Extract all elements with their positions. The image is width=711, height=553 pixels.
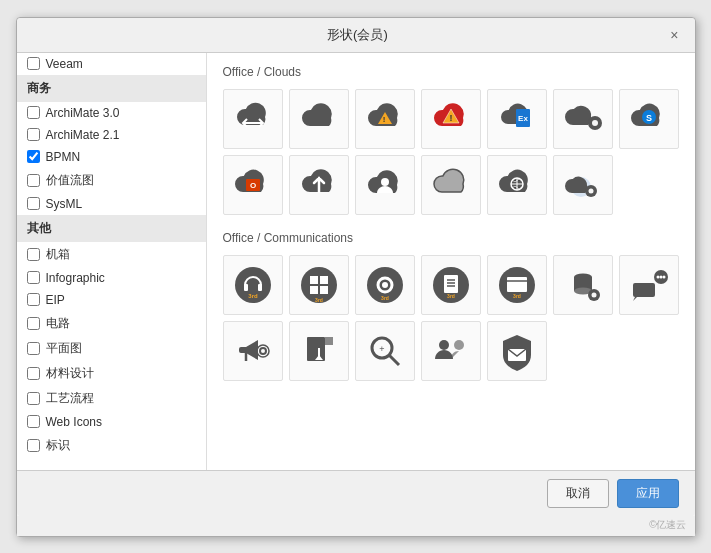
checkbox-eip[interactable]: [27, 293, 40, 306]
sidebar-item-material-design[interactable]: 材料设计: [17, 361, 206, 386]
checkbox-material-design[interactable]: [27, 367, 40, 380]
svg-text:Ex: Ex: [518, 114, 528, 123]
sidebar-item-chassis[interactable]: 机箱: [17, 242, 206, 267]
label-circuit: 电路: [46, 315, 70, 332]
sidebar-item-archimate30[interactable]: ArchiMate 3.0: [17, 102, 206, 124]
sidebar-item-logo[interactable]: 标识: [17, 433, 206, 458]
svg-text:3rd: 3rd: [248, 293, 258, 299]
svg-text:3rd: 3rd: [315, 297, 323, 303]
checkbox-value-flow[interactable]: [27, 174, 40, 187]
apply-button[interactable]: 应用: [617, 479, 679, 508]
sidebar-item-archimate21[interactable]: ArchiMate 2.1: [17, 124, 206, 146]
icon-cell-cloud-exchange[interactable]: Ex: [487, 89, 547, 149]
icon-cell-cloud-office[interactable]: O: [223, 155, 283, 215]
svg-point-59: [454, 340, 464, 350]
icon-cell-cloud-white[interactable]: [421, 155, 481, 215]
icon-cell-cylinder-gear[interactable]: [553, 255, 613, 315]
label-infographic: Infographic: [46, 271, 105, 285]
icon-cell-megaphone[interactable]: [223, 321, 283, 381]
icon-cell-gear-3rd[interactable]: 3rd: [355, 255, 415, 315]
checkbox-infographic[interactable]: [27, 271, 40, 284]
checkbox-bpmn[interactable]: [27, 150, 40, 163]
checkbox-archimate21[interactable]: [27, 128, 40, 141]
svg-rect-30: [444, 275, 458, 293]
icon-cell-cloud-settings[interactable]: [553, 89, 613, 149]
svg-rect-21: [320, 276, 328, 284]
checkbox-logo[interactable]: [27, 439, 40, 452]
svg-rect-22: [310, 286, 318, 294]
icon-cell-window-3rd[interactable]: 3rd: [487, 255, 547, 315]
svg-rect-44: [633, 283, 655, 297]
checkbox-process[interactable]: [27, 392, 40, 405]
svg-text:3rd: 3rd: [381, 295, 389, 301]
svg-rect-53: [325, 337, 333, 345]
sidebar-item-process[interactable]: 工艺流程: [17, 386, 206, 411]
svg-point-50: [257, 345, 269, 357]
svg-text:S: S: [645, 113, 651, 123]
svg-rect-20: [310, 276, 318, 284]
label-bpmn: BPMN: [46, 150, 81, 164]
svg-rect-36: [507, 277, 527, 292]
icon-cell-people-cards[interactable]: [421, 321, 481, 381]
checkbox-flat-diagram[interactable]: [27, 342, 40, 355]
label-chassis: 机箱: [46, 246, 70, 263]
sidebar-item-value-flow[interactable]: 价值流图: [17, 168, 206, 193]
label-web-icons: Web Icons: [46, 415, 102, 429]
sidebar-item-eip[interactable]: EIP: [17, 289, 206, 311]
icon-cell-cloud-user[interactable]: [355, 155, 415, 215]
svg-point-49: [260, 348, 266, 354]
main-content: Office / Clouds!!ExSOOffice / Communicat…: [207, 53, 695, 470]
sidebar-item-web-icons[interactable]: Web Icons: [17, 411, 206, 433]
checkbox-veeam[interactable]: [27, 57, 40, 70]
svg-point-47: [659, 275, 662, 278]
svg-text:3rd: 3rd: [447, 293, 455, 299]
sidebar-item-infographic[interactable]: Infographic: [17, 267, 206, 289]
icon-cell-cloud-globe[interactable]: [487, 155, 547, 215]
watermark: ©亿速云: [17, 516, 695, 536]
icon-cell-cloud-upload[interactable]: [289, 155, 349, 215]
dialog-body: Veeam商务ArchiMate 3.0ArchiMate 2.1BPMN价值流…: [17, 53, 695, 470]
svg-line-56: [389, 355, 399, 365]
icon-cell-document-3rd[interactable]: 3rd: [421, 255, 481, 315]
icon-cell-cloud-basic[interactable]: [289, 89, 349, 149]
sidebar-item-veeam[interactable]: Veeam: [17, 53, 206, 75]
close-button[interactable]: ×: [666, 27, 682, 43]
sidebar-category-cat-business: 商务: [17, 75, 206, 102]
sidebar-item-bpmn[interactable]: BPMN: [17, 146, 206, 168]
sidebar: Veeam商务ArchiMate 3.0ArchiMate 2.1BPMN价值流…: [17, 53, 207, 470]
svg-point-48: [662, 275, 665, 278]
icon-cell-cloud-sharepoint[interactable]: S: [619, 89, 679, 149]
sidebar-item-circuit[interactable]: 电路: [17, 311, 206, 336]
sidebar-item-flat-diagram[interactable]: 平面图: [17, 336, 206, 361]
label-flat-diagram: 平面图: [46, 340, 82, 357]
icon-cell-cloud-warning[interactable]: !: [355, 89, 415, 149]
icon-cell-document-download[interactable]: [289, 321, 349, 381]
sidebar-item-sysml[interactable]: SysML: [17, 193, 206, 215]
icon-cell-people-chat[interactable]: [619, 255, 679, 315]
icon-cell-cloud-sync[interactable]: [223, 89, 283, 149]
svg-text:!: !: [449, 113, 452, 123]
svg-text:!: !: [382, 115, 385, 124]
checkbox-sysml[interactable]: [27, 197, 40, 210]
label-logo: 标识: [46, 437, 70, 454]
label-veeam: Veeam: [46, 57, 83, 71]
checkbox-chassis[interactable]: [27, 248, 40, 261]
checkbox-archimate30[interactable]: [27, 106, 40, 119]
icon-cell-headset-3rd[interactable]: 3rd: [223, 255, 283, 315]
cancel-button[interactable]: 取消: [547, 479, 609, 508]
svg-point-14: [588, 188, 593, 193]
label-material-design: 材料设计: [46, 365, 94, 382]
section-title-office-comms: Office / Communications: [223, 231, 679, 245]
checkbox-circuit[interactable]: [27, 317, 40, 330]
icon-cell-cloud-alert-red[interactable]: !: [421, 89, 481, 149]
svg-rect-16: [244, 284, 248, 291]
label-sysml: SysML: [46, 197, 83, 211]
svg-point-46: [656, 275, 659, 278]
svg-point-10: [381, 178, 389, 186]
icon-cell-cloud-gear-blue[interactable]: [553, 155, 613, 215]
icon-cell-tile-3rd[interactable]: 3rd: [289, 255, 349, 315]
icon-cell-search-magnify[interactable]: +: [355, 321, 415, 381]
checkbox-web-icons[interactable]: [27, 415, 40, 428]
icon-cell-shield-mail[interactable]: [487, 321, 547, 381]
icon-grid-office-comms: 3rd3rd3rd3rd3rd+: [223, 255, 679, 381]
